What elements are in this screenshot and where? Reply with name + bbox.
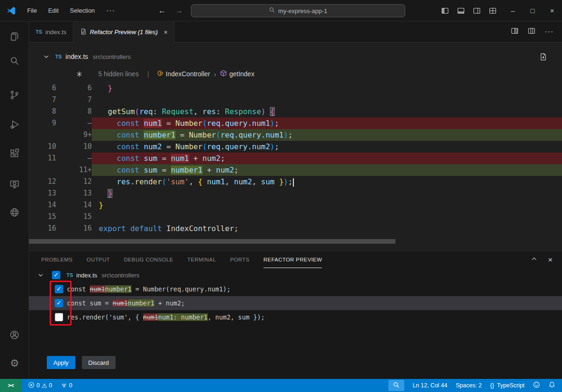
panel-tab-problems[interactable]: PROBLEMS xyxy=(41,251,73,268)
code-content: export default IndexController; xyxy=(92,223,562,234)
line-number-modified: – xyxy=(56,152,92,164)
problems-status[interactable]: 0 ⚠ 0 xyxy=(25,382,55,390)
minimize-button[interactable]: – xyxy=(503,0,523,22)
accounts-icon[interactable] xyxy=(9,329,20,341)
back-button[interactable]: ← xyxy=(158,0,166,22)
scrollbar-thumb[interactable] xyxy=(29,239,395,244)
remote-indicator[interactable]: >< xyxy=(0,379,22,392)
panel-tab-refactor-preview[interactable]: REFACTOR PREVIEW xyxy=(263,251,322,268)
editor-layout-icon[interactable] xyxy=(528,27,535,36)
fold-icon[interactable] xyxy=(76,71,83,78)
code-lines: 66 }7788 getSum(req: Request, res: Respo… xyxy=(29,82,562,234)
code-line[interactable]: 9– const num1 = Number(req.query.num1); xyxy=(29,117,562,129)
code-line[interactable]: 1010 const num2 = Number(req.query.num2)… xyxy=(29,141,562,152)
indentation-status[interactable]: Spaces: 2 xyxy=(456,382,482,389)
code-line[interactable]: 66 } xyxy=(29,82,562,94)
line-number-modified: 12 xyxy=(56,176,92,188)
settings-gear-icon[interactable]: ⚙ xyxy=(9,358,20,369)
line-number-original: 7 xyxy=(29,94,56,106)
horizontal-scrollbar[interactable] xyxy=(29,239,562,244)
apply-button[interactable]: Apply xyxy=(47,356,75,369)
code-content: } xyxy=(92,188,562,199)
discard-button[interactable]: Discard xyxy=(82,356,116,369)
panel-tab-output[interactable]: OUTPUT xyxy=(87,251,110,268)
chevron-up-icon[interactable] xyxy=(531,255,538,264)
titlebar-controls: – □ × xyxy=(441,0,562,21)
cursor-position-status[interactable]: Ln 12, Col 44 xyxy=(413,382,447,389)
language-mode-status[interactable]: {} TypeScript xyxy=(490,382,525,389)
line-number-original: 15 xyxy=(29,211,56,223)
title-bar: File Edit Selection ··· ← → my-express-a… xyxy=(0,0,562,22)
code-content: } xyxy=(92,199,562,211)
refactor-preview-icon xyxy=(80,28,87,36)
code-line[interactable]: 1515 xyxy=(29,211,562,223)
panel-close-icon[interactable]: × xyxy=(548,256,553,264)
status-bar: >< 0 ⚠ 0 0 Ln 12, xyxy=(0,379,562,392)
refactor-buttons: Apply Discard xyxy=(47,356,116,369)
breadcrumb-method[interactable]: getIndex xyxy=(220,70,255,78)
globe-icon[interactable] xyxy=(9,207,20,218)
hidden-lines-label[interactable]: 5 hidden lines xyxy=(98,70,139,78)
file-checkbox[interactable]: ✓ xyxy=(52,271,60,279)
menu-selection[interactable]: Selection xyxy=(64,4,100,17)
customize-layout-icon[interactable] xyxy=(489,7,496,15)
change-row[interactable]: ✓const sum = num1number1 + num2; xyxy=(29,296,562,310)
menu-more[interactable]: ··· xyxy=(101,4,121,18)
chevron-down-icon[interactable] xyxy=(43,53,50,60)
command-center-search[interactable]: my-express-app-1 xyxy=(191,4,405,17)
warning-count: 0 xyxy=(49,382,52,389)
forward-button[interactable]: → xyxy=(175,0,183,22)
bottom-panel: PROBLEMS OUTPUT DEBUG CONSOLE TERMINAL P… xyxy=(29,251,562,379)
chevron-down-icon[interactable] xyxy=(37,272,44,278)
line-number-modified: 13 xyxy=(56,188,92,199)
menu-file[interactable]: File xyxy=(22,4,43,17)
code-line[interactable]: 1313 } xyxy=(29,188,562,199)
code-content: const num2 = Number(req.query.num2); xyxy=(92,141,562,152)
change-row[interactable]: ✓const num1number1 = Number(req.query.nu… xyxy=(29,282,562,296)
zoom-status-button[interactable] xyxy=(388,380,404,391)
line-number-modified: 7 xyxy=(56,94,92,106)
breadcrumb-class[interactable]: IndexController xyxy=(156,70,210,78)
code-line[interactable]: 11+ const sum = number1 + num2; xyxy=(29,164,562,176)
line-number-original: 14 xyxy=(29,199,56,211)
change-row[interactable]: res.render('sum', { num1num1: number1, n… xyxy=(29,310,562,324)
remote-explorer-icon[interactable] xyxy=(9,179,20,190)
tab-close-icon[interactable]: × xyxy=(164,29,168,36)
more-actions-icon[interactable]: ··· xyxy=(545,28,554,36)
code-line[interactable]: 1616export default IndexController; xyxy=(29,223,562,234)
change-checkbox[interactable]: ✓ xyxy=(55,285,63,293)
close-button[interactable]: × xyxy=(542,0,562,22)
menu-edit[interactable]: Edit xyxy=(43,4,64,17)
go-to-file-icon[interactable] xyxy=(539,53,547,61)
line-number-modified: 11+ xyxy=(56,164,92,176)
feedback-smiley-icon[interactable] xyxy=(533,381,540,390)
panel-tab-ports[interactable]: PORTS xyxy=(230,251,249,268)
tab-index-ts[interactable]: TS index.ts xyxy=(29,22,73,42)
toggle-secondary-sidebar-icon[interactable] xyxy=(473,7,481,15)
explorer-icon[interactable] xyxy=(9,31,20,42)
search-sidebar-icon[interactable] xyxy=(9,55,20,66)
toggle-panel-icon[interactable] xyxy=(457,7,465,15)
maximize-button[interactable]: □ xyxy=(523,0,542,22)
code-line[interactable]: 77 xyxy=(29,94,562,106)
code-line[interactable]: 1414} xyxy=(29,199,562,211)
change-checkbox[interactable] xyxy=(55,313,63,321)
refactor-file-row[interactable]: ✓ TS index.ts src\controllers xyxy=(29,269,562,281)
code-line[interactable]: 1212 res.render('sum', { num1, num2, sum… xyxy=(29,176,562,188)
run-debug-icon[interactable] xyxy=(9,119,20,130)
code-line[interactable]: 11– const sum = num1 + num2; xyxy=(29,152,562,164)
code-line[interactable]: 88 getSum(req: Request, res: Response) { xyxy=(29,106,562,117)
source-control-icon[interactable] xyxy=(9,89,20,101)
panel-tab-debug-console[interactable]: DEBUG CONSOLE xyxy=(124,251,174,268)
code-line[interactable]: 9+ const number1 = Number(req.query.num1… xyxy=(29,129,562,141)
tab-refactor-preview[interactable]: Refactor Preview (1 files) × xyxy=(73,22,175,43)
code-content: const sum = number1 + num2; xyxy=(92,164,562,176)
toggle-sidebar-icon[interactable] xyxy=(441,7,449,15)
extensions-icon[interactable] xyxy=(9,148,20,159)
notifications-bell-icon[interactable] xyxy=(548,381,555,390)
panel-tab-terminal[interactable]: TERMINAL xyxy=(187,251,216,268)
split-editor-icon[interactable] xyxy=(511,27,518,36)
ports-status[interactable]: 0 xyxy=(58,382,75,390)
change-checkbox[interactable]: ✓ xyxy=(55,299,63,307)
file-name: index.ts xyxy=(66,53,88,60)
